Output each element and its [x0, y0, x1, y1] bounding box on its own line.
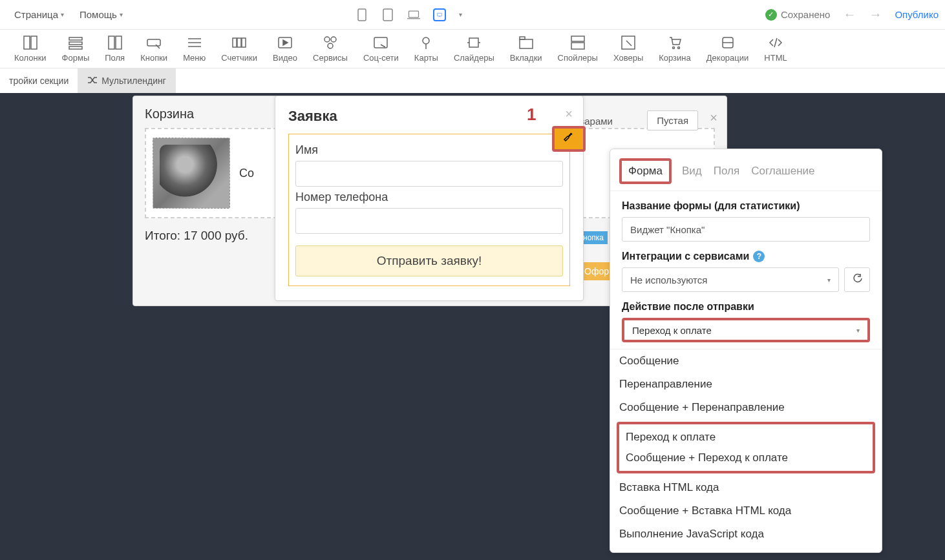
tool-video[interactable]: Видео: [265, 32, 305, 65]
tool-forms[interactable]: Формы: [54, 32, 98, 65]
svg-marker-21: [283, 40, 288, 45]
phone-icon[interactable]: [356, 8, 368, 21]
chevron-down-icon[interactable]: ▾: [459, 11, 462, 18]
refresh-button[interactable]: [844, 267, 870, 292]
tool-spoilers[interactable]: Спойлеры: [550, 32, 606, 65]
tool-maps[interactable]: Карты: [407, 32, 446, 65]
tool-counters[interactable]: Счетчики: [213, 32, 265, 65]
tool-label: Счетчики: [221, 53, 257, 63]
field-name-label: Имя: [295, 143, 563, 157]
svg-rect-13: [147, 39, 160, 46]
svg-rect-19: [242, 38, 246, 47]
publish-button[interactable]: Опублико: [895, 9, 939, 20]
fields-icon: [107, 35, 123, 50]
svg-point-24: [328, 43, 333, 48]
dropdown-option[interactable]: Сообщение: [610, 349, 882, 373]
tool-menu[interactable]: Меню: [175, 32, 213, 65]
tool-fields[interactable]: Поля: [97, 32, 133, 65]
tool-decorations[interactable]: Декорации: [699, 32, 757, 65]
tool-label: Кнопки: [140, 53, 167, 63]
menu-help[interactable]: Помощь ▾: [72, 5, 131, 24]
sliders-icon: [466, 35, 482, 50]
integrations-label-text: Интеграции с сервисами: [622, 251, 749, 262]
action-select[interactable]: Переход к оплате ▾: [622, 318, 870, 342]
html-icon: [768, 35, 783, 50]
cart-item-name: Со: [239, 167, 254, 180]
integrations-value: Не используются: [630, 275, 707, 285]
svg-point-22: [324, 37, 330, 42]
panel-body: Название формы (для статистики) Интеграц…: [610, 191, 882, 345]
tool-label: Соц-сети: [363, 53, 399, 63]
buttons-icon: [146, 35, 162, 50]
form-settings-panel: Форма Вид Поля Соглашение Название формы…: [610, 149, 882, 553]
dropdown-option[interactable]: Выполнение JavaScript кода: [610, 523, 882, 546]
svg-rect-29: [520, 37, 525, 39]
submit-button[interactable]: Отправить заявку!: [295, 245, 563, 276]
tab-view[interactable]: Вид: [681, 162, 703, 180]
tab-section-settings[interactable]: тройки секции: [0, 68, 78, 93]
tool-html[interactable]: HTML: [756, 32, 794, 65]
svg-point-26: [423, 37, 429, 44]
dropdown-option[interactable]: Переход к оплате: [619, 427, 873, 448]
integrations-select[interactable]: Не используются ▾: [622, 267, 839, 292]
tab-agreement[interactable]: Соглашение: [750, 162, 816, 180]
action-dropdown: Сообщение Перенаправление Сообщение + Пе…: [610, 349, 882, 546]
laptop-icon[interactable]: [407, 8, 420, 21]
tablet-icon[interactable]: [381, 8, 394, 21]
svg-rect-18: [237, 38, 241, 47]
tool-sliders[interactable]: Слайдеры: [446, 32, 502, 65]
tool-label: Колонки: [14, 53, 47, 63]
annotation-1: 1: [527, 105, 536, 125]
menu-page[interactable]: Страница ▾: [6, 5, 72, 24]
saved-label: Сохранено: [781, 9, 830, 20]
check-icon: ✓: [765, 9, 777, 21]
close-icon[interactable]: ×: [565, 107, 573, 121]
tool-social[interactable]: Соц-сети: [356, 32, 407, 65]
tool-cart[interactable]: Корзина: [651, 32, 699, 65]
svg-rect-28: [520, 39, 533, 48]
services-icon: [323, 35, 338, 50]
tool-label: Вкладки: [510, 53, 542, 63]
columns-icon: [23, 35, 38, 50]
cart-tab-empty[interactable]: Пустая: [647, 110, 698, 130]
svg-rect-25: [374, 37, 387, 48]
svg-rect-7: [31, 36, 37, 49]
name-input[interactable]: [295, 161, 563, 187]
tool-hovers[interactable]: Ховеры: [606, 32, 651, 65]
cart-item-image: [153, 138, 230, 209]
forward-arrow-icon[interactable]: →: [869, 7, 882, 22]
dropdown-option[interactable]: Сообщение + Переход к оплате: [619, 448, 873, 468]
widget-toolbar: Колонки Формы Поля Кнопки Меню Счетчики …: [0, 30, 945, 68]
tab-multilanding[interactable]: Мультилендинг: [78, 68, 176, 93]
tool-label: Видео: [273, 53, 297, 63]
tool-label: Меню: [183, 53, 206, 63]
menu-icon: [187, 35, 202, 50]
back-arrow-icon[interactable]: ←: [843, 7, 856, 22]
saved-indicator: ✓ Сохранено: [765, 9, 830, 21]
desktop-icon[interactable]: [433, 8, 446, 21]
tab-fields[interactable]: Поля: [712, 162, 741, 180]
settings-button[interactable]: [552, 126, 586, 152]
tool-label: Поля: [105, 53, 125, 63]
svg-rect-9: [69, 42, 82, 45]
dropdown-option[interactable]: Сообщение + Перенаправление: [610, 396, 882, 419]
tool-buttons[interactable]: Кнопки: [133, 32, 175, 65]
tool-tabs[interactable]: Вкладки: [502, 32, 550, 65]
top-bar: Страница ▾ Помощь ▾ ▾ ✓ Сохранено ← → Оп…: [0, 0, 945, 30]
phone-input[interactable]: [295, 208, 563, 234]
close-icon[interactable]: ×: [710, 110, 717, 125]
highlighted-options: Переход к оплате Сообщение + Переход к о…: [617, 422, 875, 473]
svg-rect-0: [358, 9, 366, 21]
help-icon[interactable]: ?: [753, 251, 765, 262]
form-name-input[interactable]: [622, 217, 870, 242]
svg-rect-6: [24, 36, 30, 49]
dropdown-option[interactable]: Сообщение + Вставка HTML кода: [610, 499, 882, 523]
video-icon: [277, 35, 293, 50]
tab-form[interactable]: Форма: [619, 158, 672, 184]
chevron-down-icon: ▾: [120, 11, 123, 18]
dropdown-option[interactable]: Перенаправление: [610, 373, 882, 396]
tool-columns[interactable]: Колонки: [6, 32, 54, 65]
dropdown-option[interactable]: Вставка HTML кода: [610, 476, 882, 499]
device-switcher: ▾: [356, 8, 462, 21]
tool-services[interactable]: Сервисы: [305, 32, 356, 65]
